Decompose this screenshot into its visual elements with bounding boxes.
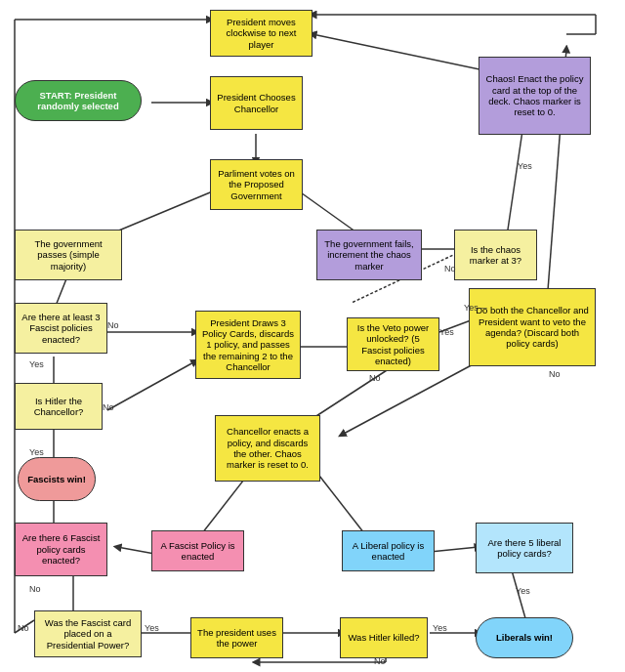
fascist-policy-enacted-node: A Fascist Policy is enacted — [151, 530, 244, 571]
president-uses-power-node: The president uses the power — [190, 617, 283, 658]
president-moves-node: President moves clockwise to next player — [210, 10, 312, 57]
label-yes-fascist-card: Yes — [145, 623, 159, 633]
label-yes-chaos: Yes — [518, 161, 532, 171]
label-yes-chaos-top: Yes— — [464, 303, 487, 313]
start-node: START: President randomly selected — [15, 80, 142, 121]
both-veto-node: Do both the Chancellor and President wan… — [469, 288, 596, 366]
label-no-hitler: No — [103, 402, 114, 412]
label-yes-veto: Yes — [439, 327, 454, 337]
parliament-votes-node: Parliment votes on the Proposed Governme… — [210, 159, 303, 210]
label-yes-hitler-killed: Yes — [433, 623, 447, 633]
label-no-fascist-card: No — [18, 623, 29, 633]
label-no-6fascist: No — [29, 584, 41, 594]
6-fascist-node: Are there 6 Fascist policy cards enacted… — [15, 523, 107, 576]
flowchart: President moves clockwise to next player… — [0, 0, 625, 672]
label-no-chaos: No — [444, 264, 456, 273]
fascists-win-node: Fascists win! — [18, 457, 96, 501]
veto-unlocked-node: Is the Veto power unlocked? (5 Fascist p… — [347, 317, 439, 371]
govt-fails-node: The government fails, increment the chao… — [316, 230, 422, 280]
govt-passes-node: The government passes (simple majority) — [15, 230, 122, 280]
chaos-at-3-node: Is the chaos marker at 3? — [454, 230, 537, 280]
label-no-both-veto: No — [549, 369, 561, 379]
chancellor-enacts-node: Chancellor enacts a policy, and discards… — [215, 415, 320, 482]
liberals-win-node: Liberals win! — [476, 617, 573, 658]
svg-line-18 — [342, 361, 479, 435]
label-no-hitler-killed: No — [374, 656, 386, 666]
president-chooses-node: President Chooses Chancellor — [210, 76, 303, 130]
svg-line-22 — [430, 547, 479, 552]
liberal-policy-enacted-node: A Liberal policy is enacted — [342, 530, 435, 571]
fascist-card-power-node: Was the Fascist card placed on a Preside… — [34, 610, 142, 657]
svg-line-7 — [312, 34, 498, 73]
5-liberal-node: Are there 5 liberal policy cards? — [476, 523, 573, 573]
label-no-fascist: No — [107, 320, 119, 330]
label-yes-hitler: Yes — [29, 447, 44, 457]
president-draws-node: President Draws 3 Policy Cards, discards… — [195, 311, 301, 379]
label-yes-5liberal: Yes — [516, 586, 530, 596]
fascist-policies-node: Are there at least 3 Fascist policies en… — [15, 303, 107, 354]
chaos-enact-node: Chaos! Enact the policy card at the top … — [479, 57, 591, 135]
hitler-killed-node: Was Hitler killed? — [340, 617, 428, 658]
svg-line-12 — [107, 361, 195, 410]
label-no-veto: No — [369, 373, 381, 383]
label-yes-fascist: Yes — [29, 359, 44, 369]
hitler-chancellor-node: Is Hitler the Chancellor? — [15, 383, 103, 430]
